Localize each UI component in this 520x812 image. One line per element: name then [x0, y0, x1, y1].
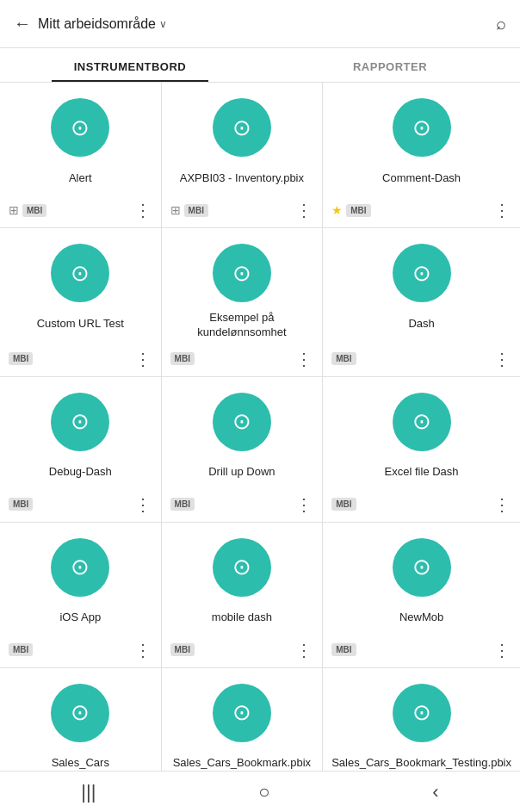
card-icon-wrap-sales-cars-bookmark: ⊙	[213, 684, 271, 742]
chevron-down-icon: ∨	[159, 18, 167, 30]
tab-bar: INSTRUMENTBORD RAPPORTER	[0, 48, 520, 83]
more-button-mobile-dash[interactable]: ⋮	[295, 642, 313, 659]
header-left: ← Mitt arbeidsområde ∨	[14, 14, 167, 34]
card-badges-ios-app: MBI	[9, 643, 33, 656]
nav-back-icon[interactable]: ‹	[432, 781, 438, 803]
dashboard-icon-dash: ⊙	[412, 260, 431, 287]
dashboard-icon-eksempel: ⊙	[232, 260, 251, 287]
bottom-navigation: ||| ○ ‹	[0, 771, 520, 812]
tab-dashboard[interactable]: INSTRUMENTBORD	[0, 48, 260, 82]
card-icon-wrap-alert: ⊙	[51, 98, 109, 157]
card-dash[interactable]: ⊙DashMBI⋮	[323, 228, 520, 376]
search-button[interactable]: ⌕	[496, 14, 506, 34]
card-footer-alert: ⊞MBI⋮	[9, 198, 152, 219]
nav-menu-icon[interactable]: |||	[81, 781, 96, 803]
card-ios-app[interactable]: ⊙iOS AppMBI⋮	[0, 523, 161, 667]
badge-mbi-debug-dash: MBI	[9, 498, 33, 511]
card-comment-dash[interactable]: ⊙Comment-Dash★MBI⋮	[323, 83, 520, 227]
card-title-newmob: NewMob	[399, 605, 443, 631]
card-icon-wrap-comment-dash: ⊙	[393, 98, 451, 157]
share-icon: ⊞	[9, 203, 19, 217]
card-debug-dash[interactable]: ⊙Debug-DashMBI⋮	[0, 377, 161, 522]
card-footer-drill-up-down: MBI⋮	[170, 493, 314, 513]
card-badges-debug-dash: MBI	[9, 498, 33, 511]
card-badges-mobile-dash: MBI	[170, 643, 195, 656]
dashboard-icon-drill-up-down: ⊙	[232, 408, 251, 435]
card-title-comment-dash: Comment-Dash	[382, 165, 461, 191]
nav-home-icon[interactable]: ○	[258, 781, 269, 803]
card-custom-url-test[interactable]: ⊙Custom URL TestMBI⋮	[0, 228, 161, 376]
card-icon-wrap-sales-cars-bookmark-testing: ⊙	[393, 684, 451, 742]
card-footer-newmob: MBI⋮	[331, 638, 511, 659]
badge-mbi-mobile-dash: MBI	[170, 643, 195, 656]
card-badges-drill-up-down: MBI	[170, 498, 195, 511]
card-newmob[interactable]: ⊙NewMobMBI⋮	[323, 523, 520, 667]
more-button-newmob[interactable]: ⋮	[493, 642, 511, 659]
card-footer-mobile-dash: MBI⋮	[170, 638, 314, 659]
card-icon-wrap-eksempel: ⊙	[213, 244, 271, 302]
badge-mbi-comment-dash: MBI	[346, 204, 370, 217]
workspace-name: Mitt arbeidsområde	[38, 16, 156, 32]
card-footer-dash: MBI⋮	[331, 347, 511, 368]
card-badges-dash: MBI	[331, 352, 356, 365]
dashboard-icon-mobile-dash: ⊙	[232, 554, 251, 580]
card-axpbi03[interactable]: ⊙AXPBI03 - Inventory.pbix⊞MBI⋮	[162, 83, 323, 227]
back-button[interactable]: ←	[14, 14, 31, 34]
more-button-debug-dash[interactable]: ⋮	[134, 496, 152, 513]
card-title-drill-up-down: Drill up Down	[208, 460, 275, 486]
card-badges-custom-url-test: MBI	[9, 352, 33, 365]
more-button-comment-dash[interactable]: ⋮	[493, 201, 511, 219]
card-title-ios-app: iOS App	[59, 605, 101, 631]
card-title-axpbi03: AXPBI03 - Inventory.pbix	[180, 165, 304, 191]
dashboard-icon-sales-cars-bookmark-testing: ⊙	[412, 699, 431, 726]
dashboard-icon-newmob: ⊙	[412, 554, 431, 580]
badge-mbi-custom-url-test: MBI	[9, 352, 33, 365]
app-header: ← Mitt arbeidsområde ∨ ⌕	[0, 0, 520, 48]
card-icon-wrap-ios-app: ⊙	[51, 538, 109, 597]
more-button-drill-up-down[interactable]: ⋮	[295, 496, 313, 513]
card-icon-wrap-excel-file-dash: ⊙	[393, 393, 451, 451]
card-title-custom-url-test: Custom URL Test	[37, 311, 124, 337]
more-button-axpbi03[interactable]: ⋮	[295, 201, 313, 219]
badge-mbi-eksempel: MBI	[170, 352, 195, 365]
more-button-alert[interactable]: ⋮	[134, 201, 152, 219]
share-icon: ⊞	[170, 203, 181, 217]
card-footer-comment-dash: ★MBI⋮	[331, 198, 511, 219]
card-title-debug-dash: Debug-Dash	[49, 460, 112, 486]
badge-mbi-alert: MBI	[22, 204, 46, 217]
tab-reports[interactable]: RAPPORTER	[260, 48, 520, 82]
dashboard-icon-comment-dash: ⊙	[412, 115, 431, 141]
card-drill-up-down[interactable]: ⊙Drill up DownMBI⋮	[162, 377, 323, 522]
workspace-selector[interactable]: Mitt arbeidsområde ∨	[38, 16, 167, 32]
card-badges-comment-dash: ★MBI	[331, 203, 370, 217]
card-badges-alert: ⊞MBI	[9, 203, 46, 217]
card-title-dash: Dash	[408, 311, 434, 337]
badge-mbi-drill-up-down: MBI	[170, 498, 195, 511]
star-icon: ★	[331, 203, 343, 217]
card-eksempel[interactable]: ⊙Eksempel på kundelønnsomhetMBI⋮	[162, 228, 323, 376]
more-button-dash[interactable]: ⋮	[493, 350, 511, 368]
more-button-custom-url-test[interactable]: ⋮	[134, 350, 152, 368]
badge-mbi-axpbi03: MBI	[184, 204, 208, 217]
more-button-eksempel[interactable]: ⋮	[295, 350, 313, 368]
card-badges-excel-file-dash: MBI	[331, 498, 356, 511]
card-alert[interactable]: ⊙Alert⊞MBI⋮	[0, 83, 161, 227]
dashboard-icon-debug-dash: ⊙	[71, 408, 90, 435]
badge-mbi-dash: MBI	[331, 352, 356, 365]
card-footer-excel-file-dash: MBI⋮	[331, 493, 511, 513]
card-icon-wrap-axpbi03: ⊙	[213, 98, 271, 157]
more-button-ios-app[interactable]: ⋮	[134, 642, 152, 659]
more-button-excel-file-dash[interactable]: ⋮	[493, 496, 511, 513]
card-title-excel-file-dash: Excel file Dash	[385, 460, 459, 486]
card-mobile-dash[interactable]: ⊙mobile dashMBI⋮	[162, 523, 323, 667]
badge-mbi-newmob: MBI	[331, 643, 356, 656]
dashboard-icon-alert: ⊙	[71, 115, 90, 141]
dashboard-icon-sales-cars-bookmark: ⊙	[232, 699, 251, 726]
card-title-alert: Alert	[69, 165, 92, 191]
card-badges-eksempel: MBI	[170, 352, 195, 365]
card-icon-wrap-debug-dash: ⊙	[51, 393, 109, 451]
dashboard-grid: ⊙Alert⊞MBI⋮⊙AXPBI03 - Inventory.pbix⊞MBI…	[0, 83, 520, 812]
card-icon-wrap-sales-cars: ⊙	[51, 684, 109, 742]
dashboard-icon-custom-url-test: ⊙	[71, 260, 90, 287]
card-excel-file-dash[interactable]: ⊙Excel file DashMBI⋮	[323, 377, 520, 522]
